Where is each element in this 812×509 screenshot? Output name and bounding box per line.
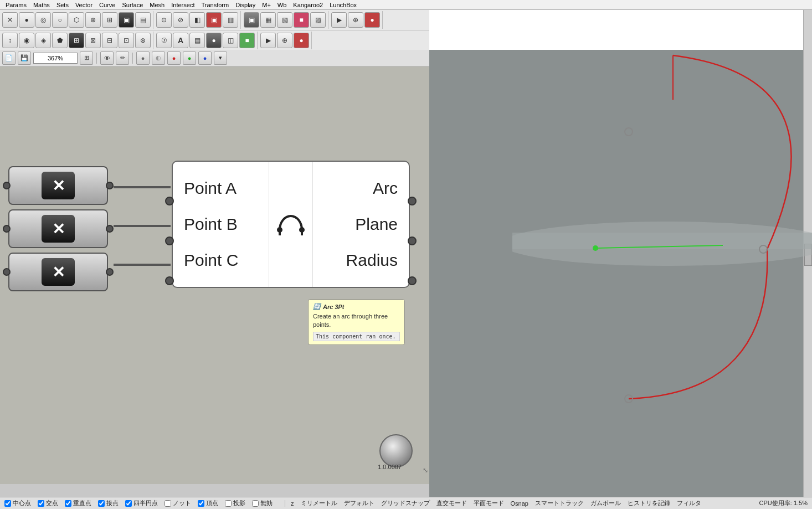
node-a-right-connector[interactable] bbox=[106, 182, 114, 189]
tb2-p2[interactable]: A bbox=[173, 33, 188, 48]
tb2-i1[interactable]: ▶ bbox=[260, 33, 276, 48]
arc-in-connector-c[interactable] bbox=[165, 276, 174, 285]
tb-btn-8[interactable]: ▣ bbox=[119, 12, 134, 28]
draw-btn[interactable]: ✏ bbox=[116, 52, 129, 65]
checkbox-knot[interactable] bbox=[165, 500, 171, 507]
menu-display[interactable]: Display bbox=[232, 2, 259, 8]
tb2-btn-6[interactable]: ⊠ bbox=[85, 33, 101, 48]
node-b-left-connector[interactable] bbox=[3, 225, 11, 233]
tb2-p6[interactable]: ■ bbox=[239, 33, 255, 48]
node-point-b[interactable]: ✕ bbox=[8, 209, 108, 248]
dropdown-btn[interactable]: ▾ bbox=[214, 52, 227, 65]
tb2-btn-8[interactable]: ⊡ bbox=[119, 33, 134, 48]
tb-btn-9[interactable]: ▤ bbox=[135, 12, 151, 28]
tb2-btn-2[interactable]: ◉ bbox=[19, 33, 34, 48]
tb2-btn-4[interactable]: ⬟ bbox=[52, 33, 68, 48]
tb-btn-p2[interactable]: ⊘ bbox=[173, 12, 188, 28]
checkbox-perpendicular[interactable] bbox=[65, 500, 71, 507]
menu-mesh[interactable]: Mesh bbox=[146, 2, 168, 8]
tb-btn-u2[interactable]: ⊕ bbox=[348, 12, 363, 28]
checkbox-intersect[interactable] bbox=[38, 500, 44, 507]
arc-in-connector-b[interactable] bbox=[165, 236, 174, 245]
menu-intersect[interactable]: Intersect bbox=[168, 2, 198, 8]
menu-maths[interactable]: Maths bbox=[30, 2, 53, 8]
menu-kangaroo[interactable]: Kangaroo2 bbox=[290, 2, 326, 8]
resize-handle[interactable]: ⤡ bbox=[423, 466, 428, 474]
gh-canvas[interactable]: ✕ ✕ ✕ bbox=[0, 66, 429, 484]
tb2-i3[interactable]: ● bbox=[294, 33, 309, 48]
checkbox-center[interactable] bbox=[4, 500, 11, 507]
planar-btn[interactable]: 平面モード bbox=[474, 499, 504, 507]
new-file-btn[interactable]: 📄 bbox=[2, 52, 16, 65]
tb-btn-p3[interactable]: ◧ bbox=[189, 12, 205, 28]
arc-out-connector-arc[interactable] bbox=[408, 197, 417, 205]
menu-wb[interactable]: Wb bbox=[274, 2, 290, 8]
node-b-right-connector[interactable] bbox=[106, 225, 114, 233]
node-point-a[interactable]: ✕ bbox=[8, 166, 108, 205]
arc-out-connector-plane[interactable] bbox=[408, 236, 417, 245]
checkbox-vertex[interactable] bbox=[198, 500, 204, 507]
tb2-btn-5[interactable]: ⊞ bbox=[69, 33, 84, 48]
gumball-btn[interactable]: ガムボール bbox=[590, 499, 621, 507]
node-c-right-connector[interactable] bbox=[106, 268, 114, 276]
menu-vector[interactable]: Vector bbox=[72, 2, 96, 8]
red-sphere-btn[interactable]: ● bbox=[167, 52, 181, 65]
tb2-p5[interactable]: ◫ bbox=[223, 33, 238, 48]
osnap-btn[interactable]: Osnap bbox=[511, 500, 528, 507]
menu-surface[interactable]: Surface bbox=[119, 2, 146, 8]
history-btn[interactable]: ヒストリを記録 bbox=[628, 499, 670, 507]
navigation-ball[interactable] bbox=[379, 434, 413, 467]
menu-lunchbox[interactable]: LunchBox bbox=[326, 2, 360, 8]
blue-sphere-btn[interactable]: ● bbox=[198, 52, 212, 65]
save-btn[interactable]: 💾 bbox=[18, 52, 31, 65]
tb-btn-i4[interactable]: ■ bbox=[294, 12, 309, 28]
tb-btn-i2[interactable]: ▦ bbox=[260, 12, 276, 28]
sphere1-btn[interactable]: ● bbox=[136, 52, 150, 65]
node-a-left-connector[interactable] bbox=[3, 182, 11, 189]
tb-btn-5[interactable]: ⬡ bbox=[69, 12, 84, 28]
tb-btn-i3[interactable]: ▧ bbox=[277, 12, 292, 28]
tb2-btn-3[interactable]: ◈ bbox=[35, 33, 51, 48]
node-point-c[interactable]: ✕ bbox=[8, 253, 108, 291]
arc-in-connector-a[interactable] bbox=[165, 197, 174, 205]
tb2-btn-7[interactable]: ⊟ bbox=[102, 33, 117, 48]
tb-btn-u1[interactable]: ▶ bbox=[331, 12, 347, 28]
tb-btn-p4[interactable]: ▣ bbox=[206, 12, 222, 28]
tb2-p3[interactable]: ▤ bbox=[189, 33, 205, 48]
tb-btn-i1[interactable]: ▣ bbox=[244, 12, 259, 28]
ortho-btn[interactable]: 直交モード bbox=[436, 499, 467, 507]
tb2-i2[interactable]: ⊕ bbox=[277, 33, 292, 48]
zoom-input[interactable]: 367% bbox=[33, 53, 78, 64]
node-c-left-connector[interactable] bbox=[3, 268, 11, 276]
checkbox-disabled[interactable] bbox=[252, 500, 259, 507]
menu-params[interactable]: Params bbox=[2, 2, 30, 8]
smart-track-btn[interactable]: スマートトラック bbox=[535, 499, 584, 507]
filter-btn[interactable]: フィルタ bbox=[677, 499, 701, 507]
tb-btn-7[interactable]: ⊞ bbox=[102, 12, 117, 28]
grid-snap-btn[interactable]: グリッドスナップ bbox=[381, 499, 430, 507]
tb2-btn-9[interactable]: ⊛ bbox=[135, 33, 151, 48]
tb-btn-p5[interactable]: ▥ bbox=[223, 12, 238, 28]
menu-mplus[interactable]: M+ bbox=[259, 2, 274, 8]
tb-btn-6[interactable]: ⊕ bbox=[85, 12, 101, 28]
zoom-fit-btn[interactable]: ⊞ bbox=[80, 52, 93, 65]
tb2-btn-1[interactable]: ↕ bbox=[2, 33, 18, 48]
tb-btn-1[interactable]: ✕ bbox=[2, 12, 18, 28]
tb-btn-p1[interactable]: ⊙ bbox=[156, 12, 172, 28]
tb2-p4[interactable]: ● bbox=[206, 33, 222, 48]
checkbox-tangent[interactable] bbox=[98, 500, 105, 507]
arc-out-connector-radius[interactable] bbox=[408, 276, 417, 285]
tb-btn-i5[interactable]: ▨ bbox=[310, 12, 326, 28]
tb-btn-3[interactable]: ◎ bbox=[35, 12, 51, 28]
tb-btn-2[interactable]: ● bbox=[19, 12, 34, 28]
checkbox-quadrant[interactable] bbox=[125, 500, 132, 507]
tb2-p1[interactable]: ⑦ bbox=[156, 33, 172, 48]
checkbox-projection[interactable] bbox=[225, 500, 232, 507]
sphere2-btn[interactable]: ◐ bbox=[152, 52, 165, 65]
tb-btn-4[interactable]: ○ bbox=[52, 12, 68, 28]
green-sphere-btn[interactable]: ● bbox=[183, 52, 196, 65]
arc-component[interactable]: Point A Point B Point C Arc bbox=[172, 161, 410, 288]
menu-curve[interactable]: Curve bbox=[96, 2, 119, 8]
eye-btn[interactable]: 👁 bbox=[100, 52, 114, 65]
tb-btn-u3[interactable]: ● bbox=[364, 12, 380, 28]
